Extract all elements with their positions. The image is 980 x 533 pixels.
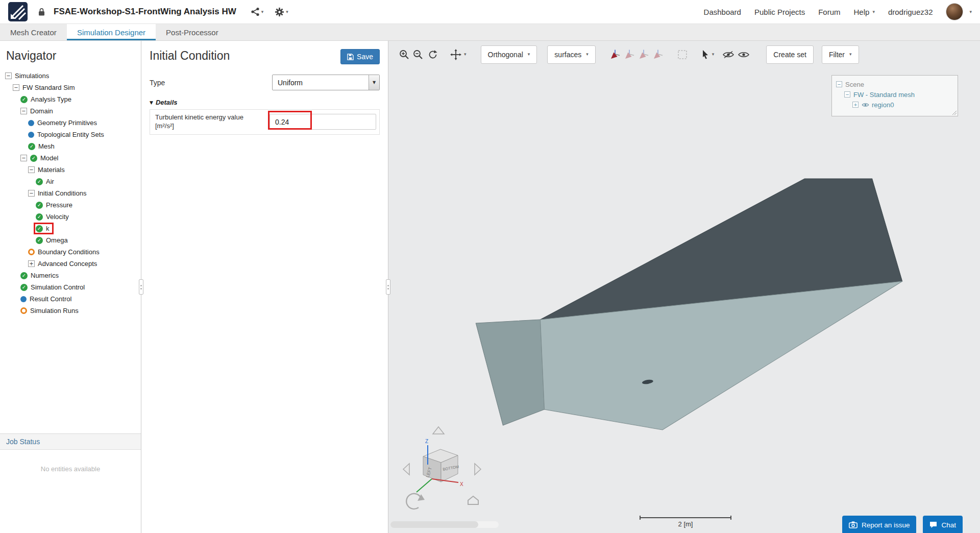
tree-item[interactable]: Result Control [0, 293, 141, 305]
chevron-down-icon: ▾ [261, 10, 264, 14]
tree-item[interactable]: Boundary Conditions [0, 246, 141, 258]
tree-item[interactable]: + Advanced Concepts [0, 258, 141, 270]
pan-tool[interactable]: ▾ [450, 49, 467, 61]
tree-item[interactable]: ✓ Omega [0, 234, 141, 246]
filter-dropdown[interactable]: Filter ▾ [822, 45, 859, 64]
status-check-icon: ✓ [36, 213, 43, 221]
cone-tool-icon[interactable] [623, 49, 635, 61]
chat-button[interactable]: Chat [923, 516, 963, 533]
tree-item-label: Model [40, 154, 58, 162]
navigator-panel: Navigator − Simulations − [0, 41, 141, 533]
tree-item[interactable]: ✓ k [0, 223, 141, 234]
projection-mode-dropdown[interactable]: Orthogonal ▾ [481, 45, 537, 64]
scene-tree-item[interactable]: − FW - Standard mesh [836, 89, 953, 100]
share-icon [251, 7, 260, 16]
avatar[interactable] [946, 3, 963, 20]
job-status-empty-text: No entities available [0, 450, 141, 533]
tree-item[interactable]: − Initial Conditions [0, 187, 141, 199]
rotate-right-arrow[interactable] [475, 464, 481, 475]
overlay-resize-grip[interactable] [951, 110, 957, 115]
header-nav-link[interactable]: Dashboard [704, 8, 741, 16]
save-button[interactable]: Save [340, 49, 380, 64]
tree-item-label: Velocity [46, 213, 69, 221]
tree-item[interactable]: − Simulations [0, 70, 141, 82]
tree-item[interactable]: ✓ Simulation Control [0, 281, 141, 293]
tree-item-label: Boundary Conditions [38, 248, 100, 256]
collapse-icon[interactable]: − [13, 84, 19, 91]
tree-item[interactable]: Geometry Primitives [0, 117, 141, 129]
tree-item[interactable]: Topological Entity Sets [0, 129, 141, 140]
tree-item[interactable]: − Materials [0, 164, 141, 176]
mesh-box-side-face[interactable] [476, 320, 544, 425]
visibility-eye-icon[interactable] [862, 102, 869, 108]
collapse-icon[interactable]: − [20, 155, 27, 161]
scene-tree-item[interactable]: − Scene [836, 79, 953, 89]
panel-resize-handle[interactable] [386, 279, 390, 295]
select-arrow-icon[interactable]: ▼ [369, 75, 379, 90]
tree-item[interactable]: ✓ Numerics [0, 270, 141, 281]
collapse-icon[interactable]: − [836, 81, 842, 87]
expand-icon[interactable]: + [852, 102, 859, 108]
collapse-icon[interactable]: − [28, 166, 35, 173]
chevron-down-icon: ▾ [286, 10, 288, 14]
turbulent-kinetic-energy-input[interactable] [270, 114, 376, 130]
app-logo[interactable] [8, 2, 28, 21]
horizontal-scrollbar[interactable] [390, 521, 499, 528]
zoom-out-icon[interactable] [412, 49, 424, 60]
render-mode-dropdown[interactable]: surfaces ▾ [547, 45, 595, 64]
viewport[interactable]: ▾ Orthogonal ▾ surfaces ▾ [388, 41, 980, 533]
report-issue-button[interactable]: Report an issue [842, 516, 917, 533]
share-menu[interactable]: ▾ [251, 7, 264, 16]
type-select[interactable]: Uniform ▼ [272, 75, 380, 90]
tree-item-label: Initial Conditions [38, 189, 86, 197]
panel-resize-handle[interactable] [139, 279, 143, 295]
orientation-cube-widget[interactable]: LEFT BOTTOM Z X [400, 420, 492, 522]
collapse-icon[interactable]: − [28, 190, 35, 197]
navigator-title: Navigator [0, 41, 141, 69]
scrollbar-thumb[interactable] [390, 521, 478, 528]
tree-item[interactable]: ✓ Air [0, 176, 141, 187]
header-nav-link[interactable]: Forum [818, 8, 840, 16]
camera-icon [849, 521, 857, 528]
tree-item[interactable]: ✓ Mesh [0, 140, 141, 152]
hide-selection-icon[interactable] [722, 50, 734, 59]
select-tool[interactable]: ▾ [701, 50, 715, 60]
details-toggle[interactable]: ▼ Details [150, 99, 380, 106]
tree-item[interactable]: Simulation Runs [0, 305, 141, 317]
rotate-left-arrow[interactable] [403, 464, 409, 475]
roll-view-arrow[interactable] [406, 494, 421, 509]
help-menu[interactable]: Help ▾ [854, 8, 875, 16]
save-icon [347, 54, 354, 60]
box-select-icon[interactable] [677, 50, 688, 60]
home-view-icon[interactable] [468, 496, 478, 504]
tree-item[interactable]: ✓ Pressure [0, 199, 141, 211]
workbench-tab[interactable]: Mesh Creator [0, 24, 67, 40]
clip-plane-icon[interactable] [609, 49, 621, 61]
workbench-tab[interactable]: Post-Processor [156, 24, 229, 40]
workbench-tab[interactable]: Simulation Designer [67, 24, 156, 40]
tree-item-label: FW Standard Sim [22, 84, 75, 91]
reset-view-icon[interactable] [427, 49, 438, 60]
tree-item[interactable]: − Domain [0, 105, 141, 117]
tree-item[interactable]: − FW Standard Sim [0, 82, 141, 93]
show-all-icon[interactable] [738, 50, 750, 59]
tree-item[interactable]: ✓ Velocity [0, 211, 141, 223]
account-chevron-icon[interactable]: ▾ [969, 10, 972, 14]
settings-menu[interactable]: ▾ [275, 7, 288, 17]
tree-item[interactable]: ✓ Analysis Type [0, 93, 141, 105]
header-nav-link[interactable]: Public Projects [754, 8, 805, 16]
zoom-in-icon[interactable] [399, 49, 410, 60]
status-check-icon: ✓ [28, 143, 35, 150]
collapse-icon[interactable]: − [5, 72, 12, 79]
cone-tool-icon[interactable] [638, 49, 650, 61]
tree-item[interactable]: − ✓ Model [0, 152, 141, 164]
scene-tree-item[interactable]: + region0 [836, 100, 953, 110]
rotate-up-arrow[interactable] [433, 427, 444, 434]
collapse-icon[interactable]: − [844, 91, 850, 98]
cone-tool-icon[interactable] [652, 49, 664, 61]
username[interactable]: drodriguez32 [888, 8, 933, 16]
workbench-tabs: Mesh CreatorSimulation DesignerPost-Proc… [0, 24, 980, 41]
collapse-icon[interactable]: − [20, 108, 27, 114]
create-set-button[interactable]: Create set [766, 45, 814, 64]
expand-icon[interactable]: + [28, 260, 35, 267]
